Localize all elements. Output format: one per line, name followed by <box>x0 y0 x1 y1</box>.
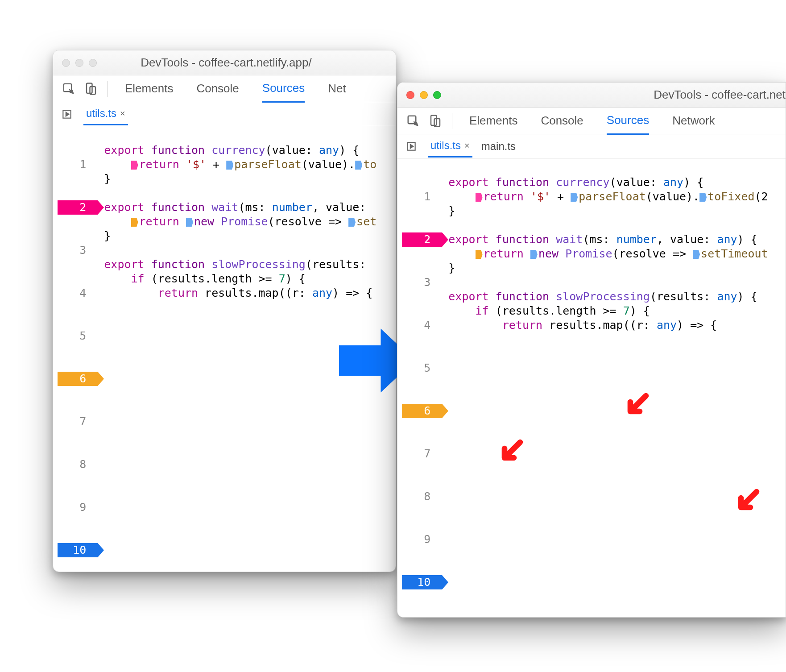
tab-sources[interactable]: Sources <box>607 107 649 135</box>
device-icon[interactable] <box>84 82 98 95</box>
close-icon[interactable]: × <box>120 108 125 119</box>
file-tabs: utils.ts × main.ts <box>397 134 786 158</box>
line-number[interactable]: 8 <box>58 457 98 472</box>
line-number[interactable]: 10 <box>402 575 442 589</box>
file-tab-main[interactable]: main.ts <box>479 136 518 157</box>
line-number[interactable]: 7 <box>402 447 442 461</box>
line-number[interactable]: 10 <box>58 543 98 557</box>
line-number[interactable]: 8 <box>402 489 442 504</box>
tab-network[interactable]: Net <box>328 75 346 102</box>
window-title: DevTools - coffee-cart.netlify.app/ <box>97 56 396 70</box>
tab-network[interactable]: Network <box>672 108 715 134</box>
line-number[interactable]: 5 <box>402 361 442 375</box>
line-number[interactable]: 2 <box>402 232 442 247</box>
file-tab-utils[interactable]: utils.ts × <box>83 103 128 125</box>
traffic-min-icon[interactable] <box>420 91 428 99</box>
line-number[interactable]: 9 <box>58 500 98 514</box>
line-number[interactable]: 3 <box>402 275 442 290</box>
tab-sources[interactable]: Sources <box>262 75 305 103</box>
code-editor[interactable]: 1 2 3 4 5 6 7 8 9 10 11 export function … <box>397 158 786 618</box>
titlebar: DevTools - coffee-cart.netlify.app/ <box>53 50 396 75</box>
divider <box>108 81 108 97</box>
inspect-icon[interactable] <box>62 82 75 95</box>
device-icon[interactable] <box>429 114 442 128</box>
traffic-close-icon[interactable] <box>406 91 414 99</box>
traffic-max-icon[interactable] <box>89 59 97 67</box>
traffic-max-icon[interactable] <box>433 91 441 99</box>
tab-console[interactable]: Console <box>541 108 583 134</box>
inspect-icon[interactable] <box>406 114 420 128</box>
window-title: DevTools - coffee-cart.net <box>441 88 786 102</box>
devtools-tabs: Elements Console Sources Net <box>53 75 396 102</box>
code-editor[interactable]: 1 2 3 4 5 6 7 8 9 10 11 export function … <box>53 126 396 572</box>
line-number[interactable]: 3 <box>58 243 98 257</box>
line-number[interactable]: 9 <box>402 532 442 547</box>
traffic-min-icon[interactable] <box>75 59 83 67</box>
navigator-icon[interactable] <box>61 108 73 120</box>
line-number[interactable]: 4 <box>58 286 98 300</box>
file-tab-label: utils.ts <box>430 139 461 152</box>
line-number[interactable]: 1 <box>402 190 442 204</box>
close-icon[interactable]: × <box>464 141 470 151</box>
navigator-icon[interactable] <box>405 141 417 152</box>
line-number[interactable]: 7 <box>58 415 98 429</box>
tab-elements[interactable]: Elements <box>469 108 517 134</box>
line-number[interactable]: 1 <box>58 158 98 172</box>
line-number[interactable]: 4 <box>402 318 442 332</box>
line-number[interactable]: 5 <box>58 329 98 343</box>
tab-elements[interactable]: Elements <box>125 75 173 102</box>
file-tab-label: main.ts <box>481 140 516 153</box>
line-number[interactable]: 2 <box>58 200 98 215</box>
file-tabs: utils.ts × <box>53 102 396 126</box>
devtools-tabs: Elements Console Sources Network <box>397 108 786 134</box>
line-number[interactable]: 6 <box>58 372 98 386</box>
titlebar: DevTools - coffee-cart.net <box>397 83 786 108</box>
tab-console[interactable]: Console <box>196 75 239 102</box>
line-number[interactable]: 6 <box>402 404 442 418</box>
traffic-close-icon[interactable] <box>62 59 70 67</box>
file-tab-utils[interactable]: utils.ts × <box>428 135 472 158</box>
file-tab-label: utils.ts <box>86 107 116 120</box>
